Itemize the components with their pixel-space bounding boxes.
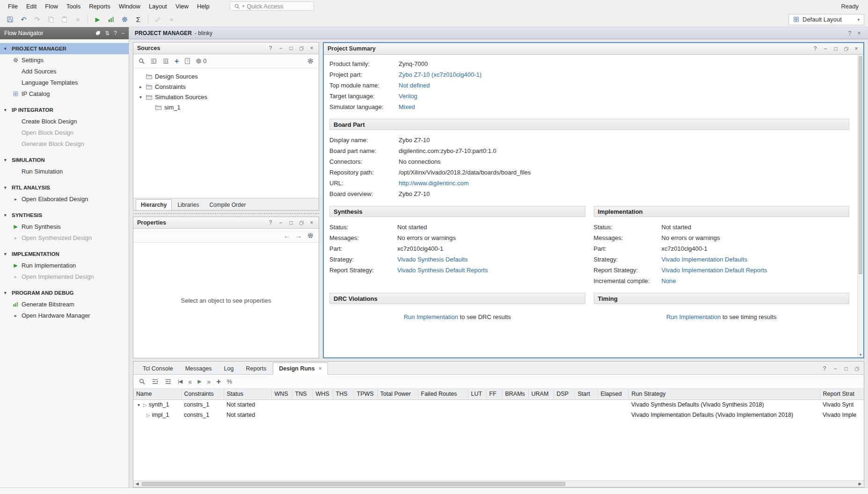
layout-selector[interactable]: Default Layout ▾ (788, 14, 864, 25)
run-implementation-link[interactable]: Run Implementation (666, 313, 721, 320)
fn-item-ip-catalog[interactable]: IP Catalog (0, 88, 129, 99)
redo-button[interactable]: ↷ (31, 14, 44, 25)
menu-flow[interactable]: Flow (41, 1, 62, 11)
close-icon[interactable]: × (319, 365, 322, 372)
float-icon[interactable] (298, 46, 305, 51)
fn-item-create-block-design[interactable]: Create Block Design (0, 116, 129, 127)
col-dsp[interactable]: DSP (554, 389, 575, 400)
percent-icon[interactable]: % (227, 378, 233, 385)
col-total-power[interactable]: Total Power (377, 389, 418, 400)
col-lut[interactable]: LUT (468, 389, 486, 400)
sort-icon[interactable]: ⇅ (105, 30, 109, 36)
menu-help[interactable]: Help (193, 1, 214, 11)
col-brams[interactable]: BRAMs (502, 389, 528, 400)
settings-gear-icon[interactable] (307, 232, 314, 239)
report-utilization-button[interactable]: Σ (132, 14, 145, 25)
fn-item-run-simulation[interactable]: Run Simulation (0, 166, 129, 177)
add-run-icon[interactable]: + (216, 378, 220, 385)
close-icon[interactable]: × (308, 45, 315, 51)
help-doc-icon[interactable] (184, 58, 191, 65)
simulator-language-link[interactable]: Mixed (399, 103, 415, 110)
col-name[interactable]: Name (133, 389, 181, 400)
tab-design-runs[interactable]: Design Runs× (273, 363, 328, 375)
fn-header-project-manager[interactable]: ▾ PROJECT MANAGER (0, 43, 129, 54)
col-ff[interactable]: FF (486, 389, 502, 400)
tab-reports[interactable]: Reports (240, 363, 272, 374)
scroll-right-icon[interactable]: ▶ (856, 482, 864, 486)
col-whs[interactable]: WHS (313, 389, 333, 400)
tab-messages[interactable]: Messages (180, 363, 218, 374)
fn-header-ip-integrator[interactable]: ▾ IP INTEGRATOR (0, 104, 129, 116)
implementation-report-strategy-link[interactable]: Vivado Implementation Default Reports (662, 267, 767, 274)
tree-item-simulation-sources[interactable]: ▾ Simulation Sources (135, 92, 317, 102)
run-name-cell[interactable]: ▷impl_1 (133, 410, 181, 420)
fn-header-program-and-debug[interactable]: ▾ PROGRAM AND DEBUG (0, 287, 129, 298)
tab-compile-order[interactable]: Compile Order (204, 200, 250, 210)
chevron-right-icon[interactable]: ▸ (138, 84, 143, 89)
col-run-strategy[interactable]: Run Strategy (628, 389, 820, 400)
col-uram[interactable]: URAM (528, 389, 554, 400)
paste-button[interactable] (58, 14, 71, 25)
col-tns[interactable]: TNS (292, 389, 313, 400)
tab-tcl-console[interactable]: Tcl Console (137, 363, 179, 374)
remove-button[interactable]: × (165, 14, 178, 25)
fn-header-synthesis[interactable]: ▾ SYNTHESIS (0, 210, 129, 221)
fn-item-run-synthesis[interactable]: ▶ Run Synthesis (0, 221, 129, 232)
scrollbar-thumb[interactable] (142, 482, 565, 486)
fn-item-generate-bitstream[interactable]: Generate Bitstream (0, 298, 129, 310)
fn-header-implementation[interactable]: ▾ IMPLEMENTATION (0, 248, 129, 260)
help-icon[interactable]: ? (114, 30, 117, 36)
fast-backward-icon[interactable]: « (188, 378, 191, 385)
run-icon[interactable]: ▶ (197, 379, 201, 384)
fn-item-language-templates[interactable]: Language Templates (0, 77, 129, 88)
delete-button[interactable]: × (72, 14, 84, 25)
tab-hierarchy[interactable]: Hierarchy (136, 199, 172, 210)
fn-item-generate-block-design[interactable]: Generate Block Design (0, 138, 129, 149)
horizontal-scrollbar[interactable]: ◀ ▶ (133, 480, 864, 487)
col-wns[interactable]: WNS (271, 389, 292, 400)
run-implementation-link[interactable]: Run Implementation (404, 313, 458, 320)
run-name-cell[interactable]: ▾▷synth_1 (133, 400, 181, 410)
fn-item-open-hardware-manager[interactable]: ▸ Open Hardware Manager (0, 310, 129, 321)
run-button[interactable]: ▶ (91, 14, 104, 25)
scrollbar-thumb[interactable] (859, 56, 862, 274)
collapse-all-icon[interactable] (152, 378, 159, 385)
col-start[interactable]: Start (575, 389, 598, 400)
synthesis-report-strategy-link[interactable]: Vivado Synthesis Default Reports (397, 267, 488, 274)
tree-item-design-sources[interactable]: Design Sources (135, 71, 317, 81)
fn-header-simulation[interactable]: ▾ SIMULATION (0, 154, 129, 166)
scroll-left-icon[interactable]: ◀ (133, 482, 141, 486)
minimize-icon[interactable]: − (277, 45, 284, 51)
vertical-scrollbar[interactable]: ▾ (857, 55, 863, 357)
tree-item-sim-1[interactable]: sim_1 (135, 102, 317, 112)
top-module-link[interactable]: Not defined (399, 82, 430, 89)
fn-item-add-sources[interactable]: Add Sources (0, 65, 129, 77)
menu-view[interactable]: View (171, 1, 193, 11)
tab-log[interactable]: Log (219, 363, 240, 374)
col-elapsed[interactable]: Elapsed (598, 389, 628, 400)
help-icon[interactable]: ? (267, 220, 274, 225)
fn-item-open-implemented-design[interactable]: ▸ Open Implemented Design (0, 271, 129, 282)
fast-forward-icon[interactable]: » (207, 378, 211, 385)
back-arrow-icon[interactable]: ← (284, 232, 290, 239)
collapse-all-icon[interactable] (150, 58, 157, 65)
search-icon[interactable] (138, 58, 145, 65)
add-sources-icon[interactable]: + (175, 58, 179, 65)
maximize-icon[interactable]: □ (832, 46, 839, 51)
close-icon[interactable]: × (853, 46, 860, 51)
menu-reports[interactable]: Reports (85, 1, 115, 11)
fn-header-rtl-analysis[interactable]: ▾ RTL ANALYSIS (0, 182, 129, 193)
undo-button[interactable]: ↶ (17, 14, 30, 25)
col-status[interactable]: Status (224, 389, 271, 400)
message-count-badge[interactable]: 0 (196, 58, 206, 65)
col-ths[interactable]: THS (333, 389, 354, 400)
maximize-icon[interactable]: □ (288, 45, 294, 51)
help-icon[interactable]: ? (267, 45, 274, 51)
expand-all-icon[interactable] (162, 58, 169, 65)
maximize-icon[interactable]: □ (843, 366, 849, 371)
chevron-down-icon[interactable]: ▾ (138, 94, 143, 100)
settings-button[interactable] (118, 14, 131, 25)
help-icon[interactable]: ? (821, 366, 828, 371)
float-icon[interactable] (853, 366, 860, 371)
col-tpws[interactable]: TPWS (354, 389, 377, 400)
